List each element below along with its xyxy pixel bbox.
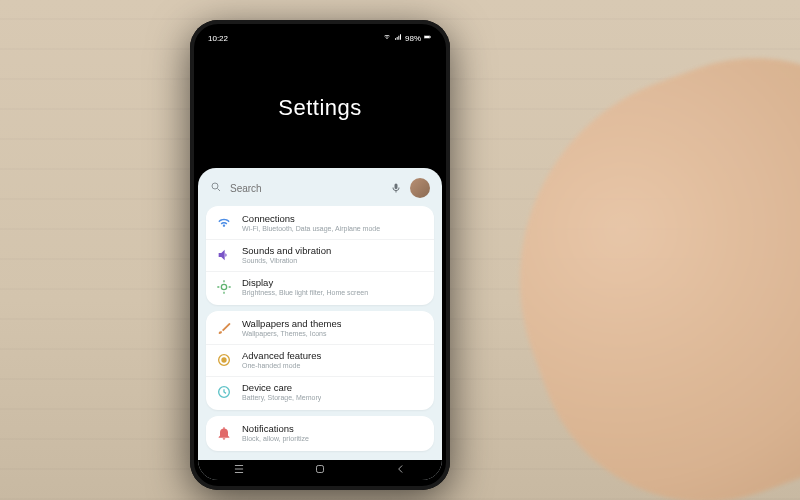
wifi-icon	[216, 215, 232, 231]
phone-frame: 10:22 98% Settings	[190, 20, 450, 490]
phone-screen: 10:22 98% Settings	[198, 28, 442, 480]
settings-item-subtitle: Wallpapers, Themes, Icons	[242, 330, 341, 338]
status-right: 98%	[383, 33, 432, 43]
settings-item-title: Wallpapers and themes	[242, 319, 341, 330]
settings-group: ConnectionsWi-Fi, Bluetooth, Data usage,…	[206, 206, 434, 305]
svg-rect-16	[316, 465, 323, 472]
wifi-icon	[383, 33, 391, 43]
svg-point-11	[222, 358, 226, 362]
status-time: 10:22	[208, 34, 228, 43]
settings-item-subtitle: Sounds, Vibration	[242, 257, 331, 265]
settings-item-title: Connections	[242, 214, 380, 225]
care-icon	[216, 384, 232, 400]
mic-icon[interactable]	[388, 180, 404, 196]
settings-item[interactable]: Sounds and vibrationSounds, Vibration	[206, 239, 434, 271]
settings-item-text: DisplayBrightness, Blue light filter, Ho…	[242, 278, 368, 297]
bell-icon	[216, 425, 232, 441]
recents-button[interactable]	[224, 462, 254, 479]
settings-item[interactable]: Wallpapers and themesWallpapers, Themes,…	[206, 313, 434, 344]
signal-icon	[394, 33, 402, 43]
back-button[interactable]	[386, 462, 416, 479]
settings-item[interactable]: Device careBattery, Storage, Memory	[206, 376, 434, 408]
settings-group: Wallpapers and themesWallpapers, Themes,…	[206, 311, 434, 410]
settings-item-subtitle: One-handed mode	[242, 362, 321, 370]
settings-item-subtitle: Wi-Fi, Bluetooth, Data usage, Airplane m…	[242, 225, 380, 233]
settings-item-text: Sounds and vibrationSounds, Vibration	[242, 246, 331, 265]
settings-item-title: Display	[242, 278, 368, 289]
brush-icon	[216, 320, 232, 336]
search-input[interactable]	[228, 182, 382, 195]
settings-item-title: Advanced features	[242, 351, 321, 362]
status-bar: 10:22 98%	[198, 28, 442, 48]
profile-avatar[interactable]	[410, 178, 430, 198]
settings-item[interactable]: Advanced featuresOne-handed mode	[206, 344, 434, 376]
photo-scene: 10:22 98% Settings	[0, 0, 800, 500]
settings-item-text: Advanced featuresOne-handed mode	[242, 351, 321, 370]
navigation-bar	[198, 460, 442, 480]
page-title-area: Settings	[198, 48, 442, 168]
settings-item-text: Wallpapers and themesWallpapers, Themes,…	[242, 319, 341, 338]
svg-point-3	[212, 183, 218, 189]
speaker-icon	[216, 247, 232, 263]
display-icon	[216, 279, 232, 295]
settings-item-title: Sounds and vibration	[242, 246, 331, 257]
svg-point-5	[221, 285, 226, 290]
settings-item-subtitle: Block, allow, prioritize	[242, 435, 309, 443]
settings-item-text: Device careBattery, Storage, Memory	[242, 383, 321, 402]
svg-rect-1	[424, 36, 429, 38]
battery-icon	[424, 33, 432, 43]
settings-item[interactable]: ConnectionsWi-Fi, Bluetooth, Data usage,…	[206, 208, 434, 239]
search-icon	[210, 179, 222, 197]
settings-item[interactable]: NotificationsBlock, allow, prioritize	[206, 418, 434, 449]
settings-content: ConnectionsWi-Fi, Bluetooth, Data usage,…	[198, 168, 442, 480]
settings-item-text: ConnectionsWi-Fi, Bluetooth, Data usage,…	[242, 214, 380, 233]
search-bar[interactable]	[206, 174, 434, 206]
battery-text: 98%	[405, 34, 421, 43]
page-title: Settings	[278, 95, 362, 121]
svg-rect-2	[430, 36, 431, 37]
settings-item[interactable]: DisplayBrightness, Blue light filter, Ho…	[206, 271, 434, 303]
settings-item-text: NotificationsBlock, allow, prioritize	[242, 424, 309, 443]
settings-item-subtitle: Brightness, Blue light filter, Home scre…	[242, 289, 368, 297]
settings-group: NotificationsBlock, allow, prioritize	[206, 416, 434, 451]
settings-item-title: Notifications	[242, 424, 309, 435]
hand	[461, 11, 800, 500]
svg-line-4	[218, 189, 221, 192]
advanced-icon	[216, 352, 232, 368]
settings-item-subtitle: Battery, Storage, Memory	[242, 394, 321, 402]
home-button[interactable]	[305, 462, 335, 479]
settings-item-title: Device care	[242, 383, 321, 394]
